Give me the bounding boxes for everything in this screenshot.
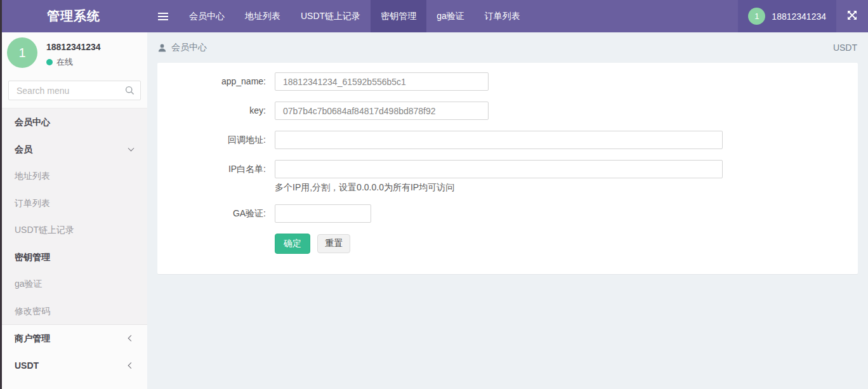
user-name: 18812341234 bbox=[772, 11, 826, 22]
user-menu[interactable]: 1 18812341234 bbox=[738, 0, 836, 32]
ip-whitelist-input[interactable] bbox=[275, 160, 723, 178]
ip-whitelist-label: IP白名单: bbox=[157, 160, 275, 194]
search-icon bbox=[125, 86, 135, 98]
ga-verify-input[interactable] bbox=[275, 204, 371, 223]
chevron-left-icon bbox=[128, 362, 135, 369]
sidebar-menu-main: 会员中心 会员 地址列表 订单列表 USDT链上记录 密钥管理 ga验证 修改密… bbox=[2, 108, 147, 325]
fullscreen-button[interactable] bbox=[836, 0, 868, 32]
online-dot-icon bbox=[46, 59, 53, 65]
expand-arrows-icon bbox=[847, 10, 857, 23]
form-row-ga-verify: GA验证: bbox=[157, 204, 858, 223]
key-management-form-panel: app_name: key: 回调地址: IP白名单: 多个IP用,分割，设置0… bbox=[157, 63, 858, 274]
sidebar-item-usdt-chain-records[interactable]: USDT链上记录 bbox=[2, 216, 147, 244]
form-row-callback-url: 回调地址: bbox=[157, 131, 858, 149]
avatar: 1 bbox=[748, 8, 765, 25]
online-status: 在线 bbox=[46, 56, 101, 68]
app-name-input[interactable] bbox=[275, 72, 489, 91]
topnav-member-center[interactable]: 会员中心 bbox=[179, 0, 235, 32]
user-icon bbox=[158, 44, 166, 52]
callback-url-input[interactable] bbox=[275, 131, 723, 149]
sidebar-item-key-management[interactable]: 密钥管理 bbox=[2, 244, 147, 271]
topnav-address-list[interactable]: 地址列表 bbox=[235, 0, 291, 32]
sidebar-menu-secondary: 商户管理 USDT bbox=[2, 325, 147, 379]
user-name: 18812341234 bbox=[46, 42, 101, 52]
key-input[interactable] bbox=[275, 102, 489, 120]
app-title: 管理系统 bbox=[0, 0, 147, 32]
topnav-key-management[interactable]: 密钥管理 bbox=[371, 0, 426, 32]
sidebar-item-usdt[interactable]: USDT bbox=[2, 352, 147, 379]
callback-url-label: 回调地址: bbox=[157, 131, 275, 149]
sidebar-item-change-password[interactable]: 修改密码 bbox=[2, 298, 147, 325]
form-row-app-name: app_name: bbox=[157, 72, 858, 91]
breadcrumb-right-label: USDT bbox=[833, 43, 857, 53]
form-row-key: key: bbox=[157, 102, 858, 120]
search-input[interactable] bbox=[8, 81, 141, 100]
sidebar-user-panel: 1 18812341234 在线 bbox=[2, 32, 147, 74]
status-label: 在线 bbox=[56, 56, 73, 68]
breadcrumb: 会员中心 USDT bbox=[147, 32, 868, 63]
sidebar-item-member-center[interactable]: 会员中心 bbox=[2, 109, 147, 136]
app-name-label: app_name: bbox=[157, 72, 275, 91]
chevron-down-icon bbox=[128, 145, 135, 151]
chevron-left-icon bbox=[128, 335, 135, 341]
reset-button[interactable]: 重置 bbox=[317, 234, 350, 253]
ip-whitelist-help: 多个IP用,分割，设置0.0.0.0为所有IP均可访问 bbox=[275, 182, 723, 194]
topnav-ga-verify[interactable]: ga验证 bbox=[426, 0, 475, 32]
submit-button[interactable]: 确定 bbox=[275, 234, 310, 254]
sidebar-item-address-list[interactable]: 地址列表 bbox=[2, 162, 147, 190]
topnav-order-list[interactable]: 订单列表 bbox=[475, 0, 530, 32]
breadcrumb-title: 会员中心 bbox=[171, 42, 207, 53]
main-content: 会员中心 USDT app_name: key: 回调地址: IP白名单: 多个… bbox=[147, 32, 868, 389]
topbar-right: 1 18812341234 bbox=[738, 0, 868, 32]
ga-verify-label: GA验证: bbox=[157, 204, 275, 223]
sidebar-search bbox=[8, 81, 141, 100]
top-navigation: 会员中心 地址列表 USDT链上记录 密钥管理 ga验证 订单列表 bbox=[147, 0, 530, 32]
topnav-usdt-chain-records[interactable]: USDT链上记录 bbox=[291, 0, 371, 32]
sidebar: 1 18812341234 在线 会员中心 会员 地址列表 订单列表 USDT链… bbox=[2, 32, 147, 389]
form-buttons-row: 确定 重置 bbox=[157, 234, 858, 254]
topbar: 管理系统 会员中心 地址列表 USDT链上记录 密钥管理 ga验证 订单列表 1… bbox=[0, 0, 868, 32]
avatar: 1 bbox=[7, 37, 37, 68]
sidebar-item-order-list[interactable]: 订单列表 bbox=[2, 190, 147, 217]
sidebar-item-merchant-management[interactable]: 商户管理 bbox=[2, 325, 147, 352]
key-label: key: bbox=[157, 102, 275, 120]
form-row-ip-whitelist: IP白名单: 多个IP用,分割，设置0.0.0.0为所有IP均可访问 bbox=[157, 160, 858, 194]
menu-toggle-icon[interactable] bbox=[147, 0, 179, 32]
left-edge-strip bbox=[0, 0, 2, 389]
sidebar-item-member[interactable]: 会员 bbox=[2, 136, 147, 163]
sidebar-item-ga-verify[interactable]: ga验证 bbox=[2, 270, 147, 298]
